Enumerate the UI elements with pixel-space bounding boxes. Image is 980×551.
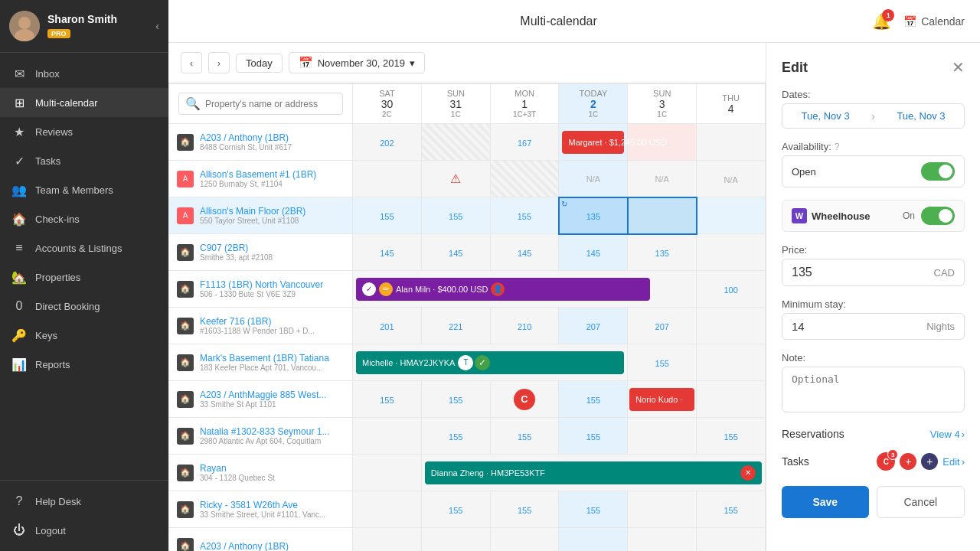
day-cell[interactable] — [628, 528, 697, 552]
day-cell[interactable] — [490, 528, 559, 552]
day-cell[interactable]: 155 — [697, 418, 766, 455]
day-cell[interactable]: N/A — [697, 161, 766, 197]
view-reservations-link[interactable]: View 4 › — [930, 429, 965, 440]
wheelhouse-toggle[interactable] — [921, 207, 955, 225]
property-name[interactable]: A203 / AnthMaggie 885 West... — [200, 390, 345, 400]
day-cell[interactable] — [697, 344, 766, 381]
calendar-today-button[interactable]: Today — [236, 54, 283, 73]
day-cell[interactable]: 145 — [490, 234, 559, 271]
day-cell-today[interactable]: 155 — [559, 381, 628, 418]
save-button[interactable]: Save — [782, 486, 869, 518]
day-cell[interactable] — [697, 528, 766, 552]
day-cell-today[interactable]: 145 — [559, 234, 628, 271]
note-input[interactable] — [782, 367, 965, 412]
price-input[interactable] — [792, 266, 884, 279]
availability-toggle[interactable] — [921, 162, 955, 181]
calendar-date-picker[interactable]: 📅 November 30, 2019 ▾ — [289, 52, 425, 73]
sidebar-item-help-desk[interactable]: ? Help Desk — [0, 487, 168, 516]
property-name[interactable]: Allison's Basement #1 (1BR) — [200, 169, 345, 180]
date-start[interactable]: Tue, Nov 3 — [782, 104, 868, 128]
day-cell[interactable]: 155 — [421, 381, 490, 418]
day-cell[interactable]: 155 — [421, 197, 490, 234]
day-cell[interactable] — [421, 528, 490, 552]
sidebar-item-accounts-listings[interactable]: ≡ Accounts & Listings — [0, 233, 168, 262]
day-cell[interactable]: 155 — [628, 344, 697, 381]
day-cell[interactable]: 155 — [490, 491, 559, 528]
day-cell[interactable]: 155 — [421, 491, 490, 528]
sidebar-item-reports[interactable]: 📊 Reports — [0, 350, 168, 379]
day-cell[interactable]: 155 — [490, 197, 559, 234]
day-cell[interactable]: 145 — [421, 234, 490, 271]
day-cell-today[interactable]: N/A — [559, 161, 628, 197]
day-cell[interactable] — [353, 491, 422, 528]
task-add-button[interactable]: + — [900, 453, 916, 470]
day-cell[interactable]: 167 — [490, 124, 559, 161]
calendar-view-button[interactable]: 📅 Calendar — [903, 15, 965, 28]
sidebar-item-tasks[interactable]: ✓ Tasks — [0, 146, 168, 175]
day-cell[interactable] — [353, 161, 422, 197]
day-cell-today[interactable]: 155 — [559, 418, 628, 455]
day-cell-today[interactable] — [559, 528, 628, 552]
sidebar-item-properties[interactable]: 🏡 Properties — [0, 262, 168, 292]
day-cell[interactable] — [697, 234, 766, 271]
sidebar-item-logout[interactable]: ⏻ Logout — [0, 516, 168, 545]
day-cell[interactable] — [353, 528, 422, 552]
property-name[interactable]: A203 / Anthony (1BR) — [200, 132, 345, 143]
day-cell[interactable]: 201 — [353, 308, 422, 344]
day-cell[interactable] — [628, 418, 697, 455]
property-name[interactable]: F1113 (1BR) North Vancouver — [200, 279, 345, 290]
task-edit-link[interactable]: Edit › — [942, 456, 965, 468]
day-cell[interactable]: 135 — [628, 234, 697, 271]
property-name[interactable]: Rayan — [200, 463, 345, 474]
day-cell[interactable]: C — [490, 381, 559, 418]
day-cell-today[interactable]: Margaret · $1,245.00 USD — [559, 124, 628, 161]
day-cell[interactable]: 155 — [353, 381, 422, 418]
property-name[interactable]: Mark's Basement (1BR) Tatiana — [200, 353, 345, 364]
calendar-prev-button[interactable]: ‹ — [181, 52, 202, 73]
edit-close-button[interactable]: ✕ — [952, 58, 965, 77]
day-cell[interactable] — [628, 197, 697, 234]
day-cell[interactable] — [353, 455, 422, 491]
sidebar-item-multi-calendar[interactable]: ⊞ Multi-calendar — [0, 88, 168, 117]
day-cell[interactable]: N/A — [628, 161, 697, 197]
day-cell-today[interactable]: 155 — [559, 491, 628, 528]
notification-bell[interactable]: 🔔 1 — [872, 12, 891, 31]
day-cell[interactable]: ⚠ — [421, 161, 490, 197]
day-cell[interactable]: 221 — [421, 308, 490, 344]
day-cell[interactable] — [697, 197, 766, 234]
day-cell[interactable]: 155 — [490, 418, 559, 455]
property-search[interactable]: 🔍 — [178, 93, 343, 115]
day-cell[interactable] — [353, 418, 422, 455]
sidebar-collapse-button[interactable]: ‹ — [155, 20, 159, 32]
day-cell[interactable]: 207 — [628, 308, 697, 344]
day-cell[interactable]: 100 — [697, 271, 766, 308]
sidebar-item-reviews[interactable]: ★ Reviews — [0, 117, 168, 146]
day-cell[interactable]: 155 — [353, 197, 422, 234]
sidebar-item-direct-booking[interactable]: 0 Direct Booking — [0, 292, 168, 321]
sidebar-item-keys[interactable]: 🔑 Keys — [0, 321, 168, 350]
property-name[interactable]: Allison's Main Floor (2BR) — [200, 206, 345, 217]
day-cell[interactable] — [697, 124, 766, 161]
day-cell[interactable]: 202 — [353, 124, 422, 161]
sidebar-item-team-members[interactable]: 👥 Team & Members — [0, 175, 168, 204]
minstay-input[interactable] — [792, 320, 853, 333]
day-cell[interactable]: 210 — [490, 308, 559, 344]
calendar-next-button[interactable]: › — [208, 52, 230, 73]
day-cell[interactable]: 155 — [697, 491, 766, 528]
task-add-button2[interactable]: + — [921, 453, 938, 470]
cancel-button[interactable]: Cancel — [877, 486, 965, 518]
property-name[interactable]: C907 (2BR) — [200, 243, 345, 253]
day-cell[interactable] — [697, 381, 766, 418]
property-name[interactable]: Keefer 716 (1BR) — [200, 316, 345, 327]
search-input[interactable] — [205, 99, 328, 109]
date-end[interactable]: Tue, Nov 3 — [878, 104, 964, 128]
day-cell-selected[interactable]: ↻ 135 — [559, 197, 628, 234]
sidebar-item-inbox[interactable]: ✉ Inbox — [0, 59, 168, 88]
help-icon[interactable]: ? — [835, 142, 840, 152]
day-cell[interactable] — [628, 491, 697, 528]
day-cell[interactable]: 145 — [353, 234, 422, 271]
property-name[interactable]: Natalia #1302-833 Seymour 1... — [200, 426, 345, 437]
day-cell-today[interactable]: 207 — [559, 308, 628, 344]
day-cell[interactable]: 155 — [421, 418, 490, 455]
property-name[interactable]: A203 / Anthony (1BR) — [200, 541, 345, 552]
